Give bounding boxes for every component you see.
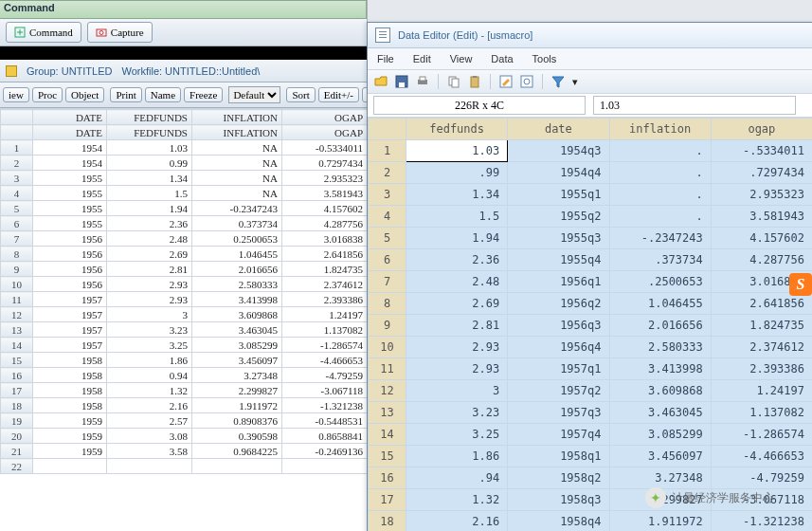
cell[interactable]: 1.86	[107, 353, 192, 368]
cell[interactable]: 2.93	[107, 292, 192, 307]
cell[interactable]: 22	[1, 459, 33, 474]
cell[interactable]: 2.57	[107, 413, 192, 429]
cell[interactable]: 7	[369, 271, 406, 293]
cell[interactable]: 1.03	[406, 140, 508, 162]
cell[interactable]: 1955	[33, 186, 107, 201]
cell[interactable]: NA	[192, 186, 282, 201]
cell[interactable]: 1.24197	[282, 307, 368, 322]
menu-file[interactable]: File	[377, 53, 394, 64]
cell[interactable]: .94	[406, 467, 508, 489]
cell[interactable]: 1957q1	[508, 358, 609, 380]
cell[interactable]: 13	[369, 402, 406, 424]
cell[interactable]: 1954q3	[508, 140, 609, 162]
cell[interactable]: 1958	[33, 398, 107, 413]
cell[interactable]: 1956q3	[508, 315, 609, 337]
cell[interactable]: 2	[1, 156, 33, 171]
cell[interactable]: .	[609, 140, 711, 162]
editpm-button[interactable]: Edit+/-	[318, 87, 359, 102]
cell[interactable]: 3.27348	[609, 467, 711, 489]
cell[interactable]: 11	[1, 292, 33, 307]
left-col-header[interactable]: OGAP	[282, 110, 368, 125]
table-row[interactable]: 1619580.943.27348-4.79259	[1, 368, 368, 383]
cell[interactable]: 1956q4	[508, 337, 609, 358]
cell[interactable]: .	[609, 206, 711, 228]
cell[interactable]: 1956	[33, 231, 107, 247]
left-col-header[interactable]: FEDFUNDS	[107, 110, 192, 125]
cell[interactable]: 1.94	[406, 228, 508, 249]
table-row[interactable]: 719562.480.25006533.016838	[1, 231, 368, 247]
cell[interactable]: 1957	[33, 338, 107, 353]
stata-col-header[interactable]: fedfunds	[406, 119, 508, 140]
cell[interactable]: 7	[1, 231, 33, 247]
table-row[interactable]: 519551.94-0.23472434.157602	[1, 201, 368, 216]
cell[interactable]: 9	[369, 315, 406, 337]
cell[interactable]: 2.580333	[192, 277, 282, 292]
cell[interactable]: 1957	[33, 307, 107, 322]
filter-icon[interactable]	[550, 74, 566, 89]
cell[interactable]: 15	[369, 446, 406, 467]
cell[interactable]: 0.99	[107, 156, 192, 171]
table-row[interactable]: 619552.360.3737344.287756	[1, 216, 368, 231]
cell[interactable]: NA	[192, 171, 282, 186]
cell[interactable]: 3.25	[406, 424, 508, 446]
cell[interactable]: 2.93	[406, 337, 508, 358]
table-row[interactable]: 1819582.161.911972-1.321238	[1, 398, 368, 413]
cell[interactable]: 3.085299	[609, 424, 711, 446]
command-button[interactable]: Command	[6, 22, 81, 43]
cell[interactable]: 1.34	[406, 184, 508, 206]
cell[interactable]: 0.94	[107, 368, 192, 383]
stata-titlebar[interactable]: Data Editor (Edit) - [usmacro]	[368, 23, 812, 48]
cell[interactable]: 2.016656	[609, 315, 711, 337]
cell[interactable]: 1959	[33, 413, 107, 429]
cell[interactable]: 1959	[33, 444, 107, 459]
cell[interactable]: 3.58	[107, 444, 192, 459]
cell[interactable]: 2.935323	[711, 184, 812, 206]
cell[interactable]: 3.23	[107, 322, 192, 338]
cell[interactable]: 0.2500653	[192, 231, 282, 247]
cell[interactable]: 8	[369, 293, 406, 315]
cell[interactable]: 16	[1, 368, 33, 383]
cell[interactable]: 1.03	[107, 140, 192, 156]
cell[interactable]: 3.609868	[609, 380, 711, 402]
cell[interactable]: 3.581943	[282, 186, 368, 201]
table-row[interactable]: 16.941958q23.27348-4.79259	[369, 467, 813, 489]
cell[interactable]: 1.32	[107, 383, 192, 398]
cell[interactable]	[282, 459, 368, 474]
cell[interactable]: -1.286574	[711, 424, 812, 446]
copy-icon[interactable]	[446, 74, 461, 89]
cell[interactable]: 3	[1, 171, 33, 186]
cell[interactable]: 3.016838	[282, 231, 368, 247]
cell[interactable]: 9	[1, 262, 33, 277]
cell[interactable]: 2.374612	[711, 337, 812, 358]
stata-col-header[interactable]	[369, 119, 406, 140]
table-row[interactable]: 2.991954q4..7297434	[369, 162, 813, 184]
cell[interactable]: 2.36	[406, 249, 508, 271]
table-row[interactable]: 11.031954q3.-.5334011	[369, 140, 813, 162]
cell[interactable]: 6	[1, 216, 33, 231]
cell[interactable]: 14	[1, 338, 33, 353]
cell[interactable]: 4.287756	[282, 216, 368, 231]
cell[interactable]: -0.2469136	[282, 444, 368, 459]
cell[interactable]: 3	[406, 380, 508, 402]
table-row[interactable]: 1019562.932.5803332.374612	[1, 277, 368, 292]
cell[interactable]: NA	[192, 156, 282, 171]
cell[interactable]: 1	[1, 140, 33, 156]
cell[interactable]: 1958q3	[508, 489, 609, 511]
cell[interactable]	[107, 459, 192, 474]
cell[interactable]: .7297434	[711, 162, 812, 184]
cell[interactable]: 13	[1, 322, 33, 338]
cell[interactable]: -0.5448531	[282, 413, 368, 429]
cell[interactable]: 1954q4	[508, 162, 609, 184]
cell[interactable]: 1955q4	[508, 249, 609, 271]
cell[interactable]: 1956	[33, 277, 107, 292]
cell[interactable]: 2.935323	[282, 171, 368, 186]
cell[interactable]: 3.08	[107, 429, 192, 444]
table-row[interactable]: 41.51955q2.3.581943	[369, 206, 813, 228]
browse-mode-icon[interactable]	[519, 74, 534, 89]
table-row[interactable]: 1419573.253.085299-1.286574	[1, 338, 368, 353]
paste-icon[interactable]	[467, 74, 482, 89]
table-row[interactable]: 1919592.570.8908376-0.5448531	[1, 413, 368, 429]
cell[interactable]: 2.81	[406, 315, 508, 337]
table-row[interactable]: 31.341955q1.2.935323	[369, 184, 813, 206]
cell[interactable]: 20	[1, 429, 33, 444]
